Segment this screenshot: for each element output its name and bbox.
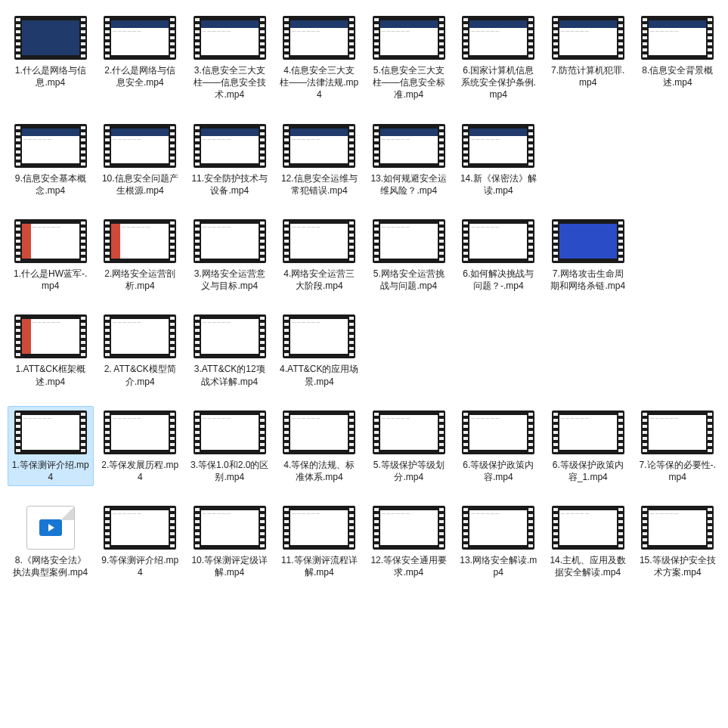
file-label: 7.防范计算机犯罪.mp4: [548, 64, 628, 88]
file-item[interactable]: — — — — — —6.国家计算机信息系统安全保护条例.mp4: [456, 11, 542, 104]
filmstrip-icon: — — — — — —: [14, 124, 87, 168]
file-label: 6.等级保护政策内容.mp4: [459, 459, 539, 483]
file-item[interactable]: — — — — — —2.等保发展历程.mp4: [98, 406, 184, 486]
filmstrip-icon: — — — — — —: [373, 124, 445, 168]
file-thumbnail: [13, 14, 88, 61]
file-thumbnail: — — — — — —: [13, 218, 88, 265]
file-item[interactable]: — — — — — —13.网络安全解读.mp4: [456, 501, 542, 581]
file-thumbnail: — — — — — —: [102, 122, 178, 169]
filmstrip-icon: [14, 16, 87, 60]
file-thumbnail: — — — — — —: [281, 504, 357, 551]
file-item[interactable]: — — — — — —9.信息安全基本概念.mp4: [8, 119, 94, 200]
file-thumbnail: [13, 504, 88, 551]
file-item[interactable]: — — — — — —7.论等保的必要性-.mp4: [635, 406, 721, 486]
file-grid: 1.什么是网络与信息.mp4— — — — — —2.什么是网络与信息安全.mp…: [8, 11, 720, 581]
file-item[interactable]: — — — — — —4.网络安全运营三大阶段.mp4: [277, 215, 363, 295]
file-thumbnail: — — — — — —: [460, 218, 536, 265]
file-item[interactable]: — — — — — —2. ATT&CK模型简介.mp4: [98, 310, 184, 390]
file-item[interactable]: — — — — — —9.等保测评介绍.mp4: [98, 501, 184, 581]
file-item[interactable]: — — — — — —6.如何解决挑战与问题？-.mp4: [456, 215, 542, 295]
file-item[interactable]: — — — — — —8.信息安全背景概述.mp4: [635, 11, 721, 104]
file-item[interactable]: — — — — — —4.等保的法规、标准体系.mp4: [277, 406, 363, 486]
filmstrip-icon: — — — — — —: [552, 16, 624, 60]
file-label: 3.网络安全运营意义与目标.mp4: [190, 268, 270, 292]
filmstrip-icon: — — — — — —: [283, 124, 355, 168]
file-item[interactable]: — — — — — —3.ATT&CK的12项战术详解.mp4: [187, 310, 273, 390]
file-thumbnail: — — — — — —: [550, 504, 626, 551]
file-item[interactable]: — — — — — —3.信息安全三大支柱——信息安全技术.mp4: [187, 11, 273, 104]
file-label: 9.等保测评介绍.mp4: [101, 554, 181, 578]
file-label: 11.安全防护技术与设备.mp4: [190, 172, 270, 197]
filmstrip-icon: — — — — — —: [104, 124, 176, 168]
filmstrip-icon: — — — — — —: [194, 219, 266, 263]
file-label: 1.什么是HW蓝军-.mp4: [11, 268, 91, 292]
file-thumbnail: — — — — — —: [371, 409, 447, 456]
file-item[interactable]: — — — — — —5.信息安全三大支柱——信息安全标准.mp4: [366, 11, 452, 104]
file-item[interactable]: — — — — — —4.信息安全三大支柱——法律法规.mp4: [277, 11, 363, 104]
filmstrip-icon: — — — — — —: [373, 506, 445, 550]
file-thumbnail: — — — — — —: [460, 122, 536, 169]
filmstrip-icon: — — — — — —: [462, 506, 534, 550]
file-item[interactable]: — — — — — —5.网络安全运营挑战与问题.mp4: [366, 215, 452, 295]
file-thumbnail: — — — — — —: [281, 218, 357, 265]
file-item[interactable]: — — — — — —10.等保测评定级详解.mp4: [187, 501, 273, 581]
file-item[interactable]: 1.什么是网络与信息.mp4: [8, 11, 94, 104]
file-item[interactable]: — — — — — —14.新《保密法》解读.mp4: [456, 119, 542, 200]
file-item[interactable]: — — — — — —5.等级保护等级划分.mp4: [366, 406, 452, 486]
file-item[interactable]: 8.《网络安全法》执法典型案例.mp4: [8, 501, 94, 581]
file-item[interactable]: — — — — — —6.等级保护政策内容.mp4: [456, 406, 542, 486]
file-thumbnail: — — — — — —: [640, 14, 715, 61]
file-thumbnail: — — — — — —: [192, 313, 268, 360]
file-item[interactable]: 7.网络攻击生命周期和网络杀链.mp4: [545, 215, 631, 295]
file-item[interactable]: — — — — — —11.安全防护技术与设备.mp4: [187, 119, 273, 200]
file-label: 7.网络攻击生命周期和网络杀链.mp4: [548, 268, 628, 292]
file-item[interactable]: — — — — — —12.等保安全通用要求.mp4: [366, 501, 452, 581]
file-item[interactable]: — — — — — —7.防范计算机犯罪.mp4: [545, 11, 631, 104]
file-item[interactable]: — — — — — —2.网络安全运营剖析.mp4: [98, 215, 184, 295]
file-label: 3.信息安全三大支柱——信息安全技术.mp4: [190, 64, 270, 101]
file-label: 11.等保测评流程详解.mp4: [280, 554, 360, 578]
file-label: 6.等级保护政策内容_1.mp4: [548, 459, 628, 483]
file-item[interactable]: — — — — — —6.等级保护政策内容_1.mp4: [545, 406, 631, 486]
filmstrip-icon: — — — — — —: [14, 314, 87, 358]
file-item[interactable]: — — — — — —11.等保测评流程详解.mp4: [277, 501, 363, 581]
file-thumbnail: — — — — — —: [640, 409, 715, 456]
filmstrip-icon: — — — — — —: [283, 314, 355, 358]
filmstrip-icon: — — — — — —: [373, 219, 445, 263]
file-item[interactable]: — — — — — —3.网络安全运营意义与目标.mp4: [187, 215, 273, 295]
file-item[interactable]: — — — — — —1.等保测评介绍.mp4: [8, 406, 94, 486]
file-item[interactable]: — — — — — —14.主机、应用及数据安全解读.mp4: [545, 501, 631, 581]
filmstrip-icon: — — — — — —: [104, 506, 176, 550]
filmstrip-icon: — — — — — —: [641, 16, 714, 60]
file-item[interactable]: — — — — — —12.信息安全运维与常犯错误.mp4: [277, 119, 363, 200]
filmstrip-icon: [552, 219, 624, 263]
file-item[interactable]: — — — — — —10.信息安全问题产生根源.mp4: [98, 119, 184, 200]
file-item[interactable]: — — — — — —1.什么是HW蓝军-.mp4: [8, 215, 94, 295]
file-thumbnail: — — — — — —: [550, 409, 626, 456]
file-label: 5.等级保护等级划分.mp4: [369, 459, 449, 483]
file-label: 1.ATT&CK框架概述.mp4: [11, 363, 91, 387]
file-thumbnail: — — — — — —: [460, 14, 536, 61]
file-item[interactable]: — — — — — —3.等保1.0和2.0的区别.mp4: [187, 406, 273, 486]
file-label: 14.新《保密法》解读.mp4: [459, 172, 539, 197]
file-thumbnail: — — — — — —: [640, 504, 715, 551]
file-item[interactable]: — — — — — —15.等级保护安全技术方案.mp4: [635, 501, 721, 581]
file-item[interactable]: — — — — — —13.如何规避安全运维风险？.mp4: [366, 119, 452, 200]
file-thumbnail: — — — — — —: [102, 313, 178, 360]
file-thumbnail: — — — — — —: [102, 504, 178, 551]
file-item[interactable]: — — — — — —4.ATT&CK的应用场景.mp4: [277, 310, 363, 390]
filmstrip-icon: — — — — — —: [462, 219, 534, 263]
file-label: 2. ATT&CK模型简介.mp4: [101, 363, 181, 387]
file-item[interactable]: — — — — — —1.ATT&CK框架概述.mp4: [8, 310, 94, 390]
file-label: 1.什么是网络与信息.mp4: [11, 64, 91, 88]
file-thumbnail: — — — — — —: [281, 14, 357, 61]
file-thumbnail: — — — — — —: [371, 504, 447, 551]
file-label: 2.什么是网络与信息安全.mp4: [101, 64, 181, 88]
file-thumbnail: [550, 218, 626, 265]
file-label: 5.网络安全运营挑战与问题.mp4: [369, 268, 449, 292]
filmstrip-icon: — — — — — —: [552, 410, 624, 454]
filmstrip-icon: — — — — — —: [104, 16, 176, 60]
file-thumbnail: — — — — — —: [550, 14, 626, 61]
file-item[interactable]: — — — — — —2.什么是网络与信息安全.mp4: [98, 11, 184, 104]
filmstrip-icon: — — — — — —: [373, 16, 445, 60]
